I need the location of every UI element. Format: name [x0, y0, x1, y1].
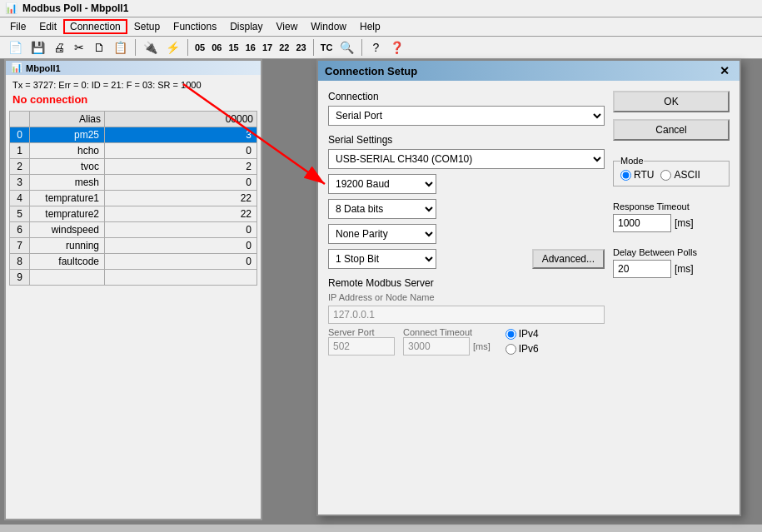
dialog-body: Connection Serial Port Serial Settings U…: [318, 81, 740, 365]
mode-radio-row: RTU ASCII: [620, 169, 722, 181]
dialog-left-panel: Connection Serial Port Serial Settings U…: [328, 91, 605, 355]
menu-display[interactable]: Display: [223, 19, 269, 34]
menu-functions[interactable]: Functions: [167, 19, 223, 34]
ascii-radio-label[interactable]: ASCII: [660, 169, 700, 181]
data-table: Alias 00000 0 pm25 3 1 hcho 0 2 tvoc 2 3…: [9, 111, 257, 286]
connection-type-select[interactable]: Serial Port: [328, 106, 605, 126]
toolbar-help[interactable]: ?: [366, 39, 385, 56]
cell-alias: pm25: [30, 127, 105, 143]
dialog-title-bar: Connection Setup ✕: [318, 61, 740, 81]
menu-help[interactable]: Help: [353, 19, 387, 34]
server-port-row: Server Port Connect Timeout [ms]: [328, 327, 605, 355]
mdi-icon: 📊: [11, 62, 22, 73]
serial-port-select[interactable]: USB-SERIAL CH340 (COM10): [328, 149, 605, 169]
serial-settings-label: Serial Settings: [328, 134, 605, 146]
cell-alias: mesh: [30, 175, 105, 191]
menu-bar: File Edit Connection Setup Functions Dis…: [0, 17, 762, 37]
menu-file[interactable]: File: [3, 19, 32, 34]
cell-alias: temprature1: [30, 191, 105, 206]
response-timeout-input[interactable]: [613, 214, 671, 232]
response-timeout-section: Response Timeout [ms]: [613, 201, 730, 232]
cancel-button[interactable]: Cancel: [613, 119, 730, 141]
toolbar-fc05: 05: [192, 42, 207, 52]
ipv4-radio-label[interactable]: IPv4: [506, 328, 539, 340]
toolbar-tc: TC: [318, 42, 336, 52]
toolbar-sep3: [313, 39, 314, 56]
toolbar-connect[interactable]: 🔌: [140, 39, 161, 56]
table-row[interactable]: 4 temprature1 22: [10, 191, 257, 206]
parity-row: None Parity: [328, 224, 605, 244]
mode-section: Mode RTU ASCII: [613, 156, 730, 186]
toolbar-save[interactable]: 💾: [27, 39, 48, 56]
table-row[interactable]: 2 tvoc 2: [10, 159, 257, 175]
cell-alias: windspeed: [30, 222, 105, 238]
dialog-title-text: Connection Setup: [325, 65, 417, 77]
advanced-button[interactable]: Advanced...: [532, 249, 605, 269]
cell-value: 3: [105, 127, 257, 143]
ip-address-input: [328, 306, 605, 324]
menu-connection[interactable]: Connection: [63, 19, 127, 34]
ascii-radio[interactable]: [660, 170, 671, 181]
table-row[interactable]: 9: [10, 270, 257, 286]
ipv6-radio[interactable]: [506, 344, 516, 355]
col-value: 00000: [105, 112, 257, 127]
toolbar-monitor[interactable]: 🔍: [336, 39, 357, 56]
cell-row-num: 7: [10, 238, 30, 254]
cell-value: 2: [105, 159, 257, 175]
cell-alias: [30, 270, 105, 286]
ipv4-radio[interactable]: [506, 329, 516, 340]
menu-view[interactable]: View: [270, 19, 305, 34]
remote-section: Remote Modbus Server IP Address or Node …: [328, 277, 605, 355]
col-row-num: [10, 112, 30, 127]
rtu-radio[interactable]: [620, 170, 631, 181]
connect-timeout-group: Connect Timeout [ms]: [403, 327, 491, 355]
toolbar-about[interactable]: ❓: [386, 39, 407, 56]
baud-rate-select[interactable]: 19200 Baud: [328, 174, 436, 194]
response-timeout-unit: [ms]: [675, 217, 694, 229]
ascii-label: ASCII: [674, 169, 700, 181]
cell-row-num: 3: [10, 175, 30, 191]
menu-edit[interactable]: Edit: [32, 19, 63, 34]
toolbar-paste[interactable]: 📋: [110, 39, 131, 56]
cell-alias: tvoc: [30, 159, 105, 175]
toolbar-copy[interactable]: 🗋: [90, 39, 108, 56]
ipv6-label: IPv6: [519, 343, 539, 355]
dialog-close-button[interactable]: ✕: [716, 64, 733, 77]
delay-polls-input[interactable]: [613, 260, 671, 278]
server-port-group: Server Port: [328, 327, 395, 355]
rtu-radio-label[interactable]: RTU: [620, 169, 654, 181]
stopbits-select[interactable]: 1 Stop Bit: [328, 249, 436, 269]
cell-alias: hcho: [30, 143, 105, 159]
toolbar-cut[interactable]: ✂: [70, 39, 88, 56]
connect-timeout-unit: [ms]: [473, 341, 491, 351]
table-row[interactable]: 5 temprature2 22: [10, 206, 257, 222]
delay-polls-row: [ms]: [613, 260, 730, 278]
mdi-window: 📊 Mbpoll1 Tx = 3727: Err = 0: ID = 21: F…: [4, 59, 262, 520]
cell-row-num: 1: [10, 143, 30, 159]
cell-row-num: 2: [10, 159, 30, 175]
ok-button[interactable]: OK: [613, 91, 730, 112]
table-row[interactable]: 8 faultcode 0: [10, 254, 257, 270]
toolbar-run[interactable]: ⚡: [162, 39, 183, 56]
toolbar-new[interactable]: 📄: [5, 39, 26, 56]
toolbar-print[interactable]: 🖨: [50, 39, 68, 56]
table-row[interactable]: 3 mesh 0: [10, 175, 257, 191]
table-row[interactable]: 0 pm25 3: [10, 127, 257, 143]
table-row[interactable]: 7 running 0: [10, 238, 257, 254]
toolbar-fc16: 16: [243, 42, 258, 52]
title-bar: 📊 Modbus Poll - Mbpoll1: [0, 0, 762, 17]
ipv6-radio-label[interactable]: IPv6: [506, 343, 539, 355]
table-row[interactable]: 1 hcho 0: [10, 143, 257, 159]
cell-row-num: 4: [10, 191, 30, 206]
menu-setup[interactable]: Setup: [127, 19, 167, 34]
toolbar-fc06: 06: [209, 42, 224, 52]
baud-row: 19200 Baud: [328, 174, 605, 194]
cell-row-num: 9: [10, 270, 30, 286]
mdi-title-bar: 📊 Mbpoll1: [6, 61, 261, 75]
databits-select[interactable]: 8 Data bits: [328, 199, 436, 219]
table-row[interactable]: 6 windspeed 0: [10, 222, 257, 238]
cell-row-num: 8: [10, 254, 30, 270]
parity-select[interactable]: None Parity: [328, 224, 436, 244]
menu-window[interactable]: Window: [304, 19, 353, 34]
cell-value: [105, 270, 257, 286]
